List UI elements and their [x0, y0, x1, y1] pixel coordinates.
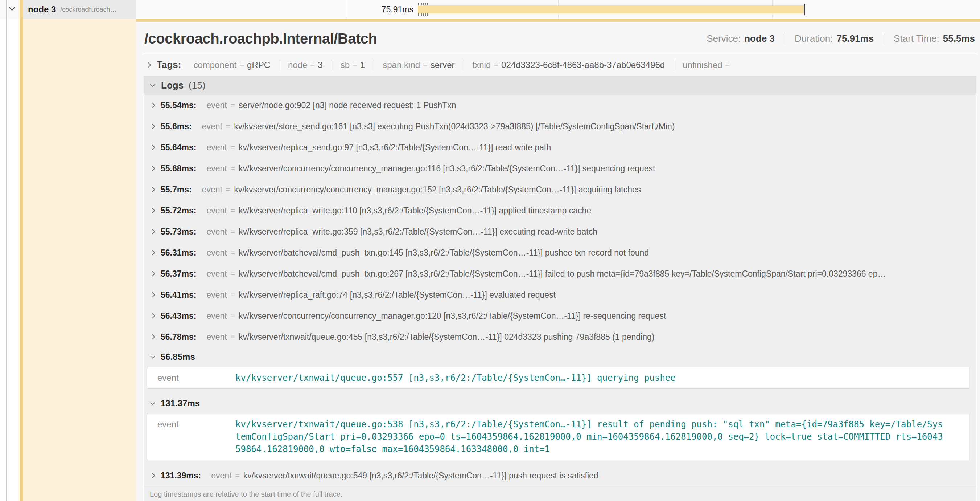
- equals-sign: =: [420, 59, 431, 70]
- log-message: kv/kvserver/txnwait/queue.go:549 [n3,s3,…: [243, 471, 598, 481]
- chevron-right-icon: [151, 249, 156, 256]
- logs-title: Logs: [161, 80, 183, 91]
- log-message: kv/kvserver/replica_write.go:359 [n3,s3,…: [239, 227, 597, 237]
- tag-value: 3: [318, 59, 323, 70]
- log-row[interactable]: 55.64ms: event = kv/kvserver/replica_sen…: [144, 137, 976, 158]
- log-row[interactable]: 55.72ms: event = kv/kvserver/replica_wri…: [144, 200, 976, 221]
- tag-value: gRPC: [247, 59, 270, 70]
- overview-label: Duration:: [795, 33, 833, 44]
- equals-sign: =: [231, 333, 235, 341]
- log-timestamp: 56.85ms: [161, 352, 195, 362]
- log-field-key: event: [206, 206, 227, 215]
- chevron-down-icon[interactable]: [8, 6, 16, 13]
- log-field-key: event: [206, 143, 227, 153]
- log-timestamp: 55.72ms:: [161, 206, 196, 215]
- log-row[interactable]: 55.54ms: event = server/node.go:902 [n3]…: [144, 95, 976, 116]
- log-field-key: event: [158, 418, 235, 431]
- log-message: kv/kvserver/replica_raft.go:74 [n3,s3,r6…: [239, 290, 556, 300]
- equals-sign: =: [231, 206, 235, 215]
- overview-value: node 3: [744, 33, 775, 44]
- log-field-key: event: [206, 290, 227, 300]
- log-row[interactable]: 131.39ms: event = kv/kvserver/txnwait/qu…: [144, 465, 976, 486]
- chevron-right-icon: [151, 228, 156, 235]
- chevron-right-icon: [151, 333, 156, 340]
- equals-sign: =: [237, 59, 247, 70]
- log-field-key: event: [206, 227, 227, 237]
- log-timestamp: 55.68ms:: [161, 164, 196, 174]
- overview-value: 55.5ms: [943, 33, 975, 44]
- timeline-row: node 3 /cockroach.roach… 75.91ms: [0, 0, 980, 19]
- log-row[interactable]: 55.7ms: event = kv/kvserver/concurrency/…: [144, 179, 976, 200]
- log-timestamp: 56.31ms:: [161, 248, 196, 258]
- log-message: kv/kvserver/batcheval/cmd_push_txn.go:26…: [239, 269, 886, 279]
- log-field-key: event: [202, 185, 222, 195]
- equals-sign: =: [226, 185, 230, 194]
- log-timestamp: 55.73ms:: [161, 227, 196, 237]
- log-field-key: event: [206, 101, 227, 110]
- log-message: kv/kvserver/replica_send.go:97 [n3,s3,r6…: [239, 143, 551, 153]
- log-field-key: event: [206, 269, 227, 279]
- log-message: kv/kvserver/concurrency/concurrency_mana…: [234, 185, 641, 195]
- span-service-name: node 3: [28, 4, 56, 14]
- chevron-right-icon: [151, 186, 156, 193]
- selected-span-highlight: [23, 19, 136, 501]
- equals-sign: =: [231, 164, 235, 173]
- span-duration-bar[interactable]: [418, 5, 805, 13]
- chevron-right-icon: [151, 207, 156, 214]
- expanded-log-header[interactable]: 56.85ms: [144, 348, 976, 366]
- equals-sign: =: [231, 311, 235, 320]
- chevron-right-icon: [151, 292, 156, 298]
- log-row[interactable]: 56.37ms: event = kv/kvserver/batcheval/c…: [144, 263, 976, 284]
- tag-value: 024d3323-6c8f-4863-aa8b-37ab0e63496d: [501, 59, 665, 70]
- log-field-key: event: [211, 471, 231, 481]
- tag-key: txnid: [473, 59, 491, 70]
- chevron-right-icon: [151, 270, 156, 277]
- tag-value: 1: [360, 59, 365, 70]
- tags-row: Tags: component = gRPC node = 3 sb =: [144, 53, 976, 76]
- equals-sign: =: [350, 59, 360, 70]
- tag-value: server: [431, 59, 455, 70]
- equals-sign: =: [722, 59, 733, 70]
- log-row[interactable]: 55.6ms: event = kv/kvserver/store_send.g…: [144, 116, 976, 137]
- log-message: kv/kvserver/batcheval/cmd_push_txn.go:14…: [239, 248, 649, 258]
- log-timestamp: 55.64ms:: [161, 143, 196, 153]
- span-end-tick: [804, 4, 805, 15]
- chevron-right-icon: [147, 62, 152, 68]
- log-message: kv/kvserver/concurrency/concurrency_mana…: [239, 311, 666, 321]
- tag-key: unfinished: [682, 59, 722, 70]
- log-row[interactable]: 55.73ms: event = kv/kvserver/replica_wri…: [144, 221, 976, 242]
- log-field-key: event: [206, 311, 227, 321]
- chevron-right-icon: [151, 102, 156, 108]
- log-row[interactable]: 56.31ms: event = kv/kvserver/batcheval/c…: [144, 242, 976, 263]
- span-title: /cockroach.roachpb.Internal/Batch: [144, 30, 377, 47]
- equals-sign: =: [231, 143, 235, 152]
- log-field-value: kv/kvserver/txnwait/queue.go:538 [n3,s3,…: [235, 418, 945, 455]
- service-color-stripe: [19, 0, 23, 501]
- equals-sign: =: [231, 101, 235, 110]
- chevron-down-icon: [150, 402, 156, 405]
- log-row[interactable]: 55.68ms: event = kv/kvserver/concurrency…: [144, 158, 976, 179]
- equals-sign: =: [307, 59, 318, 70]
- log-row[interactable]: 56.43ms: event = kv/kvserver/concurrency…: [144, 305, 976, 326]
- chevron-right-icon: [151, 165, 156, 172]
- equals-sign: =: [491, 59, 501, 70]
- tag-item: unfinished =: [673, 59, 741, 70]
- log-row[interactable]: 56.41ms: event = kv/kvserver/replica_raf…: [144, 284, 976, 305]
- tag-item: span.kind = server: [374, 59, 463, 70]
- equals-sign: =: [231, 248, 235, 257]
- logs-section-toggle[interactable]: Logs (15): [144, 76, 976, 95]
- log-field-key: event: [206, 248, 227, 258]
- tag-key: span.kind: [383, 59, 420, 70]
- tag-item: node = 3: [279, 59, 331, 70]
- overview-item: Duration: 75.91ms: [785, 33, 875, 44]
- span-name-cell[interactable]: node 3 /cockroach.roach…: [23, 0, 136, 19]
- chevron-right-icon: [151, 472, 156, 479]
- log-timestamp: 56.43ms:: [161, 311, 196, 321]
- expanded-log-header[interactable]: 131.37ms: [144, 394, 976, 413]
- log-row[interactable]: 56.78ms: event = kv/kvserver/txnwait/que…: [144, 326, 976, 348]
- log-message: kv/kvserver/concurrency/concurrency_mana…: [239, 164, 655, 174]
- tags-toggle[interactable]: Tags:: [147, 59, 181, 70]
- logs-count: (15): [189, 80, 205, 91]
- timeline-gridline: [347, 0, 347, 19]
- tag-key: component: [193, 59, 237, 70]
